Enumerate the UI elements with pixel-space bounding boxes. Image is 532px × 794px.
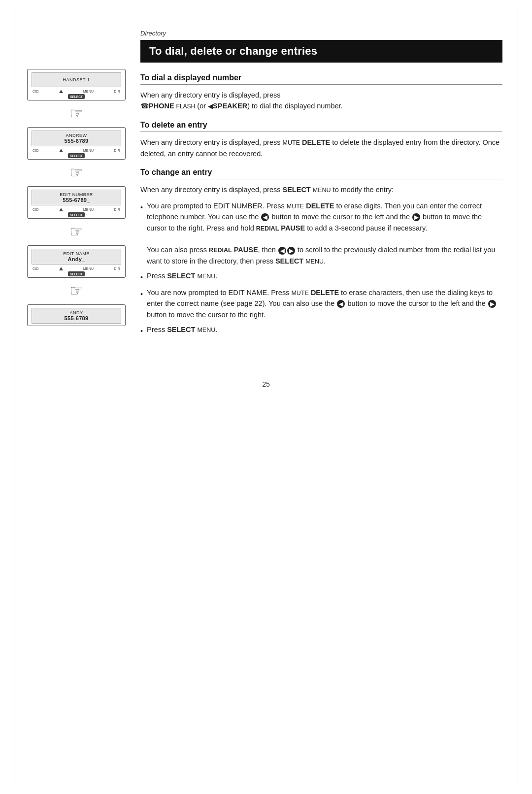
- screen-2: Andrew 555-6789: [32, 131, 121, 146]
- bullet-4-text: Press SELECT MENU.: [147, 324, 217, 336]
- right-column: Directory To dial, delete or change entr…: [140, 30, 502, 341]
- bullet-dot-3: •: [140, 289, 143, 320]
- nav-row-4: CID MENU DIR: [32, 266, 121, 271]
- phone-diagram-1: HANDSET 1 CID MENU DIR SELECT: [27, 69, 126, 100]
- dial-heading: To dial a displayed number: [140, 73, 502, 85]
- hand-cursor-4: ☞: [27, 283, 126, 298]
- bullet-item-1: • You are prompted to EDIT NUMBER. Press…: [140, 200, 502, 267]
- section-label: Directory: [140, 30, 502, 37]
- delete-heading: To delete an entry: [140, 121, 502, 132]
- circle-left-btn-1: ◀: [261, 213, 269, 221]
- left-column: HANDSET 1 CID MENU DIR SELECT ☞ Andrew 5…: [27, 30, 126, 341]
- circle-right-btn-2: ▶: [287, 247, 295, 255]
- change-paragraph: When any directory entry is displayed, p…: [140, 184, 502, 195]
- circle-right-btn-3: ▶: [488, 300, 496, 308]
- bullet-3-text: You are now prompted to EDIT NAME. Press…: [147, 287, 502, 320]
- circle-left-btn-2: ◀: [278, 247, 286, 255]
- page-border-right: [518, 10, 518, 784]
- arrow-up-icon-2: [59, 149, 63, 152]
- arrow-up-icon-1: [59, 90, 63, 93]
- bullet-dot-2: •: [140, 272, 143, 283]
- nav-row-2: CID MENU DIR: [32, 148, 121, 153]
- screen-3: EDIT NUMBER 555-6789_: [32, 190, 121, 205]
- delete-paragraph: When any directory entry is displayed, p…: [140, 137, 502, 159]
- nav-row-1: CID MENU DIR: [32, 89, 121, 94]
- nav-row-3: CID MENU DIR: [32, 207, 121, 212]
- screen-1: HANDSET 1: [32, 72, 121, 87]
- phone-diagram-4: EDIT NAME Andy_ CID MENU DIR SELECT: [27, 245, 126, 278]
- bullet-item-2: • Press SELECT MENU.: [140, 270, 502, 283]
- change-bullet-list: • You are prompted to EDIT NUMBER. Press…: [140, 200, 502, 337]
- phone-diagram-5: Andy 555-6789: [27, 304, 126, 326]
- arrow-up-icon-3: [59, 208, 63, 211]
- main-title: To dial, delete or change entries: [140, 40, 502, 63]
- page-number: 25: [0, 370, 532, 393]
- dial-paragraph: When any directory entry is displayed, p…: [140, 90, 502, 112]
- circle-left-btn-3: ◀: [337, 300, 345, 308]
- bullet-2-text: Press SELECT MENU.: [147, 270, 217, 283]
- bullet-dot-4: •: [140, 326, 143, 336]
- phone-diagram-3: EDIT NUMBER 555-6789_ CID MENU DIR SELEC…: [27, 186, 126, 219]
- bullet-item-4: • Press SELECT MENU.: [140, 324, 502, 336]
- circle-right-btn-1: ▶: [412, 213, 420, 221]
- change-heading: To change an entry: [140, 168, 502, 179]
- bullet-dot-1: •: [140, 202, 143, 267]
- hand-cursor-1: ☞: [27, 105, 126, 121]
- bullet-1-text: You are prompted to EDIT NUMBER. Press M…: [147, 200, 502, 267]
- phone-diagram-2: Andrew 555-6789 CID MENU DIR SELECT: [27, 127, 126, 160]
- page-border-left: [14, 10, 14, 784]
- hand-cursor-3: ☞: [27, 224, 126, 239]
- screen-5: Andy 555-6789: [32, 308, 121, 324]
- hand-cursor-2: ☞: [27, 165, 126, 180]
- bullet-item-3: • You are now prompted to EDIT NAME. Pre…: [140, 287, 502, 320]
- arrow-up-icon-4: [59, 267, 63, 270]
- screen-4: EDIT NAME Andy_: [32, 249, 121, 265]
